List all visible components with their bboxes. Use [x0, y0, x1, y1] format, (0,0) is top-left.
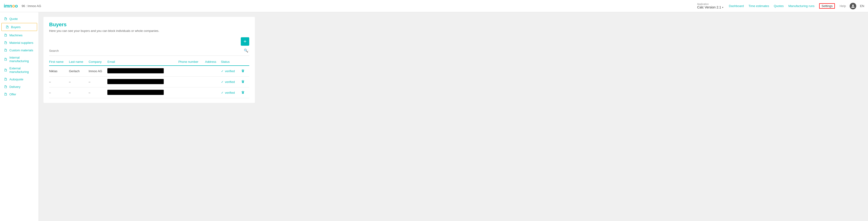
external-manufacturing-icon: [4, 68, 7, 72]
user-avatar[interactable]: [850, 3, 856, 9]
page-subtitle: Here you can see your buyers and you can…: [49, 29, 249, 33]
cell-delete[interactable]: [240, 87, 249, 98]
add-buyer-button[interactable]: +: [241, 37, 249, 46]
chevron-down-icon[interactable]: ▾: [722, 6, 723, 9]
internal-manufacturing-icon: [4, 58, 7, 61]
sidebar-item-material-suppliers[interactable]: Material suppliers: [0, 39, 38, 46]
cell-phone: [178, 66, 205, 77]
col-company: Company: [89, 59, 107, 66]
cell-first-name: –: [49, 87, 69, 98]
app-selector[interactable]: Application Calc Version 2.1 ▾: [697, 3, 723, 9]
sidebar-label-custom-materials: Custom materials: [9, 48, 33, 52]
cell-address: [205, 77, 221, 87]
nav-time-estimates[interactable]: Time estimates: [748, 4, 769, 8]
page-title: Buyers: [49, 22, 249, 28]
table-row: – – – ✓ verified: [49, 87, 249, 98]
cell-delete[interactable]: [240, 66, 249, 77]
col-email: Email: [107, 59, 178, 66]
cell-last-name: –: [69, 77, 89, 87]
verified-check-icon: ✓: [221, 69, 224, 73]
cell-address: [205, 66, 221, 77]
sidebar-label-offer: Offer: [9, 93, 16, 96]
cell-email: [107, 77, 178, 87]
cell-last-name: Gerlach: [69, 66, 89, 77]
toolbar: +: [49, 37, 249, 46]
language-selector[interactable]: EN: [860, 4, 864, 8]
sidebar-label-external-manufacturing: External manufacturing: [9, 67, 35, 74]
company-label: 96 : Imnoo AG: [22, 4, 41, 8]
verified-check-icon: ✓: [221, 91, 224, 95]
sidebar-item-autoquote[interactable]: Autoquote: [0, 75, 38, 83]
dash-label: -: [248, 49, 249, 52]
search-icon: 🔍: [244, 48, 248, 53]
logo-area: imnoo 96 : Imnoo AG: [4, 3, 41, 9]
sidebar-label-internal-manufacturing: Internal manufacturing: [9, 56, 35, 63]
logo[interactable]: imnoo: [4, 3, 18, 9]
col-last-name: Last name: [69, 59, 89, 66]
nav-quotes[interactable]: Quotes: [774, 4, 784, 8]
redacted-email: [107, 90, 164, 95]
cell-status: ✓ verified: [221, 66, 240, 77]
top-nav: Dashboard Time estimates Quotes Manufact…: [729, 3, 846, 9]
table-row: – – – ✓ verified: [49, 77, 249, 87]
sidebar-label-quote: Quote: [9, 17, 18, 21]
sidebar-label-delivery: Delivery: [9, 85, 21, 88]
sidebar-item-internal-manufacturing[interactable]: Internal manufacturing: [0, 54, 38, 65]
table-row: Niklas Gerlach Imnoo AG ✓ verified: [49, 66, 249, 77]
col-phone: Phone number: [178, 59, 205, 66]
nav-help[interactable]: Help: [840, 4, 846, 8]
nav-manufacturing-runs[interactable]: Manufacturing runs: [788, 4, 814, 8]
layout: Quote Buyers Machines Material suppliers…: [0, 12, 868, 221]
offer-icon: [4, 93, 7, 96]
app-label: Application: [697, 3, 709, 5]
delete-buyer-button[interactable]: [240, 90, 246, 96]
material-suppliers-icon: [4, 41, 7, 44]
sidebar-item-machines[interactable]: Machines: [0, 31, 38, 39]
cell-email: [107, 87, 178, 98]
quote-icon: [4, 17, 7, 21]
search-row: 🔍 -: [49, 48, 249, 56]
col-address: Address: [205, 59, 221, 66]
cell-last-name: –: [69, 87, 89, 98]
status-label: verified: [225, 91, 235, 95]
delivery-icon: [4, 85, 7, 88]
sidebar-item-delivery[interactable]: Delivery: [0, 83, 38, 90]
autoquote-icon: [4, 77, 7, 81]
sidebar-item-custom-materials[interactable]: Custom materials: [0, 46, 38, 54]
delete-buyer-button[interactable]: [240, 68, 246, 74]
sidebar-label-autoquote: Autoquote: [9, 78, 23, 81]
col-status: Status: [221, 59, 240, 66]
cell-company: –: [89, 87, 107, 98]
sidebar-label-machines: Machines: [9, 34, 23, 37]
cell-phone: [178, 87, 205, 98]
redacted-email: [107, 79, 164, 84]
col-actions: [240, 59, 249, 66]
app-name: Calc Version 2.1: [697, 5, 721, 9]
sidebar-item-buyers[interactable]: Buyers: [1, 23, 37, 31]
verified-check-icon: ✓: [221, 80, 224, 84]
buyers-table: First name Last name Company Email Phone…: [49, 59, 249, 98]
buyers-icon: [5, 25, 9, 29]
delete-buyer-button[interactable]: [240, 79, 246, 85]
nav-dashboard[interactable]: Dashboard: [729, 4, 744, 8]
cell-email: [107, 66, 178, 77]
cell-delete[interactable]: [240, 77, 249, 87]
sidebar-label-material-suppliers: Material suppliers: [9, 41, 33, 44]
cell-first-name: –: [49, 77, 69, 87]
redacted-email: [107, 68, 164, 73]
content-card: Buyers Here you can see your buyers and …: [43, 17, 255, 103]
sidebar-item-offer[interactable]: Offer: [0, 90, 38, 98]
custom-materials-icon: [4, 48, 7, 52]
cell-company: Imnoo AG: [89, 66, 107, 77]
cell-status: ✓ verified: [221, 77, 240, 87]
machines-icon: [4, 33, 7, 37]
header: imnoo 96 : Imnoo AG Application Calc Ver…: [0, 0, 868, 12]
nav-settings[interactable]: Settings: [819, 3, 835, 9]
sidebar-item-quote[interactable]: Quote: [0, 15, 38, 23]
search-input[interactable]: [49, 49, 243, 52]
cell-status: ✓ verified: [221, 87, 240, 98]
cell-company: –: [89, 77, 107, 87]
sidebar-item-external-manufacturing[interactable]: External manufacturing: [0, 65, 38, 75]
cell-first-name: Niklas: [49, 66, 69, 77]
main-content: Buyers Here you can see your buyers and …: [39, 12, 868, 221]
